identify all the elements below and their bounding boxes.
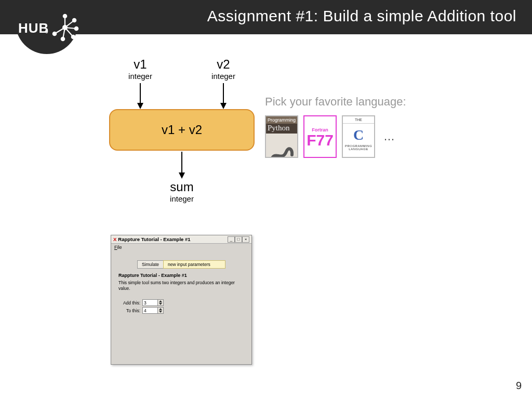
rappture-window: X Rappture Tutorial - Example #1 _ □ × F… bbox=[111, 235, 252, 365]
c-book[interactable]: THE C PROGRAMMING LANGUAGE bbox=[342, 115, 375, 158]
language-prompt: Pick your favorite language: bbox=[265, 95, 406, 109]
python-book[interactable]: Programming Python bbox=[265, 115, 298, 158]
hub-logo-text: HUB bbox=[18, 20, 49, 36]
window-minimize-button[interactable]: _ bbox=[228, 236, 235, 243]
field-to-this-spinner[interactable] bbox=[158, 307, 164, 314]
hub-logo-zero: 0 bbox=[45, 29, 48, 34]
menu-file[interactable]: File bbox=[114, 245, 122, 250]
app-heading: Rappture Tutorial - Example #1 bbox=[118, 273, 244, 278]
field-add-this-spinner[interactable] bbox=[158, 299, 164, 306]
input-v2-type: integer bbox=[192, 72, 255, 81]
language-more: … bbox=[383, 130, 395, 143]
menubar: File bbox=[111, 244, 251, 251]
svg-point-2 bbox=[63, 15, 66, 18]
window-maximize-button[interactable]: □ bbox=[235, 236, 242, 243]
svg-point-4 bbox=[73, 19, 76, 22]
simulate-note: new input parameters bbox=[163, 260, 225, 269]
window-close-button[interactable]: × bbox=[242, 236, 249, 243]
field-add-this-input[interactable] bbox=[142, 299, 158, 306]
svg-point-8 bbox=[72, 35, 75, 38]
field-to-this-label: To this: bbox=[118, 308, 140, 313]
svg-point-10 bbox=[61, 37, 64, 41]
language-row: Programming Python Fortran F77 THE C PRO… bbox=[265, 115, 395, 158]
c-book-top: THE bbox=[343, 116, 374, 124]
c-book-title: C bbox=[343, 127, 374, 143]
c-book-sub: PROGRAMMING LANGUAGE bbox=[343, 144, 374, 151]
field-add-this: Add this: bbox=[118, 299, 244, 306]
output-sum-name: sum bbox=[151, 180, 213, 194]
operation-box: v1 + v2 bbox=[109, 109, 255, 151]
titlebar[interactable]: X Rappture Tutorial - Example #1 _ □ × bbox=[111, 235, 251, 244]
output-sum-type: integer bbox=[151, 194, 213, 203]
svg-point-6 bbox=[75, 27, 78, 30]
app-description: This simple tool sums two integers and p… bbox=[118, 280, 244, 291]
field-to-this: To this: bbox=[118, 307, 244, 314]
fortran-book-title: F77 bbox=[307, 132, 334, 148]
input-v1-name: v1 bbox=[109, 57, 171, 72]
fortran-book[interactable]: Fortran F77 bbox=[303, 115, 337, 158]
field-to-this-input[interactable] bbox=[142, 307, 158, 314]
addition-diagram: v1 integer v2 integer v1 + v2 sum intege… bbox=[104, 57, 270, 213]
hub-burst-icon bbox=[50, 13, 79, 42]
titlebar-x-icon: X bbox=[113, 236, 116, 242]
input-v1-type: integer bbox=[109, 72, 171, 81]
input-v2-name: v2 bbox=[192, 57, 255, 72]
page-number: 9 bbox=[516, 380, 522, 392]
window-title: Rappture Tutorial - Example #1 bbox=[118, 236, 228, 242]
svg-point-12 bbox=[53, 32, 56, 35]
simulate-button[interactable]: Simulate bbox=[137, 260, 163, 269]
field-add-this-label: Add this: bbox=[118, 300, 140, 305]
hub-logo: HUB 0 bbox=[16, 0, 78, 54]
page-title: Assignment #1: Build a simple Addition t… bbox=[207, 7, 516, 25]
python-book-title: Python bbox=[266, 124, 297, 134]
python-book-top: Programming bbox=[266, 116, 297, 124]
python-snake-icon bbox=[270, 144, 294, 158]
